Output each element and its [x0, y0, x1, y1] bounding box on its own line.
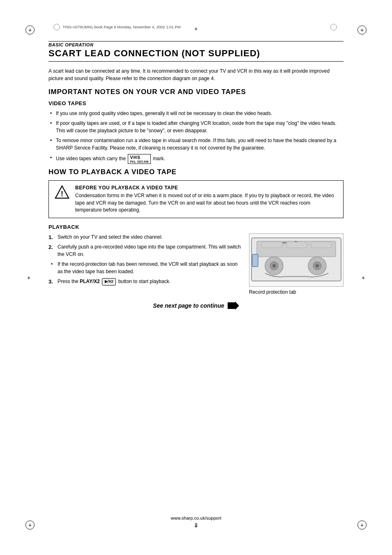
header-circle-right — [330, 24, 339, 30]
step-3-text-prefix: Press the PLAY/X2 — [58, 279, 101, 284]
step-2-num: 2. — [48, 243, 53, 251]
warning-title: BEFORE YOU PLAYBACK A VIDEO TAPE — [75, 185, 337, 191]
step-3-num: 3. — [48, 278, 53, 286]
top-rule — [48, 41, 344, 41]
video-tapes-bullets: If you use only good quality video tapes… — [48, 110, 344, 164]
section1-body: A scart lead can be connected at any tim… — [48, 67, 344, 82]
main-content: BASIC OPERATION SCART LEAD CONNECTION (N… — [48, 41, 344, 514]
header-reg-mark-right — [330, 24, 337, 30]
bullet-item-4: Use video tapes which carry the VHS PAL … — [48, 154, 344, 164]
tape-image — [249, 233, 344, 287]
next-arrow-icon — [228, 302, 239, 310]
step-1-text: Switch on your TV and select the video c… — [58, 234, 163, 240]
corner-mark-bl — [25, 520, 35, 530]
edge-mark-right — [360, 274, 367, 281]
section1-label: BASIC OPERATION — [48, 42, 344, 47]
step-bullet: If the record-protection tab has been re… — [48, 260, 242, 275]
edge-mark-left — [25, 274, 32, 281]
svg-point-6 — [272, 264, 276, 267]
bullet-item-2: If poor quality tapes are used, or if a … — [48, 120, 344, 134]
step-1-num: 1. — [48, 233, 53, 242]
header-info-text: TINS-A079UMN1.book Page 9 Monday, Novemb… — [62, 25, 180, 29]
playback-section: 1. Switch on your TV and select the vide… — [48, 233, 344, 295]
step-3-text-suffix: button to start playback. — [117, 279, 171, 284]
footer-page: 9 — [48, 522, 344, 527]
record-protection-label: Record protection tab — [249, 289, 296, 295]
step-bullet-text: If the record-protection tab has been re… — [58, 261, 238, 274]
playback-right: Record protection tab — [249, 233, 344, 295]
section2-subtitle: VIDEO TAPES — [48, 100, 344, 106]
bullet-item-3: To remove minor contamination run a vide… — [48, 137, 344, 152]
play-button-inline: ▶/X2 — [102, 278, 116, 286]
warning-icon: ! — [55, 185, 69, 200]
playback-subtitle: PLAYBACK — [48, 224, 344, 230]
corner-mark-br — [357, 520, 367, 530]
vhs-logo: VHS PAL SECAM — [128, 154, 150, 164]
section2-title: IMPORTANT NOTES ON YOUR VCR AND VIDEO TA… — [48, 88, 344, 96]
corner-mark-tl — [25, 25, 35, 35]
step-1: 1. Switch on your TV and select the vide… — [48, 233, 242, 241]
bullet-item-1: If you use only good quality video tapes… — [48, 110, 344, 117]
header-reg-mark-left — [53, 24, 60, 30]
step-2: 2. Carefully push a pre-recorded video t… — [48, 243, 242, 258]
section1-title: SCART LEAD CONNECTION (NOT SUPPLIED) — [48, 48, 344, 62]
svg-rect-10 — [252, 254, 258, 267]
svg-marker-15 — [228, 302, 239, 310]
svg-rect-13 — [286, 242, 307, 248]
see-next-text: See next page to continue — [153, 302, 224, 309]
header-info: TINS-A079UMN1.book Page 9 Monday, Novemb… — [53, 24, 339, 30]
svg-point-9 — [316, 264, 319, 267]
footer: www.sharp.co.uk/support 9 — [48, 516, 344, 527]
section3-title: HOW TO PLAYBACK A VIDEO TAPE — [48, 168, 344, 176]
corner-mark-tr — [357, 25, 367, 35]
vhs-subtext: PAL SECAM — [130, 160, 148, 163]
svg-text:!: ! — [61, 190, 63, 198]
svg-rect-14 — [311, 242, 332, 248]
header-circle-left: TINS-A079UMN1.book Page 9 Monday, Novemb… — [53, 24, 181, 30]
warning-box: ! BEFORE YOU PLAYBACK A VIDEO TAPE Conde… — [48, 180, 344, 218]
playback-steps: 1. Switch on your TV and select the vide… — [48, 233, 242, 286]
see-next-section: See next page to continue — [48, 302, 344, 310]
step-2-text: Carefully push a pre-recorded video tape… — [58, 244, 241, 257]
playback-left: 1. Switch on your TV and select the vide… — [48, 233, 242, 295]
warning-content: BEFORE YOU PLAYBACK A VIDEO TAPE Condens… — [75, 185, 337, 214]
svg-rect-12 — [262, 242, 282, 248]
footer-url: www.sharp.co.uk/support — [48, 516, 344, 520]
warning-text: Condensation forms in the VCR when it is… — [75, 192, 337, 214]
step-3: 3. Press the PLAY/X2 ▶/X2 button to star… — [48, 278, 242, 286]
